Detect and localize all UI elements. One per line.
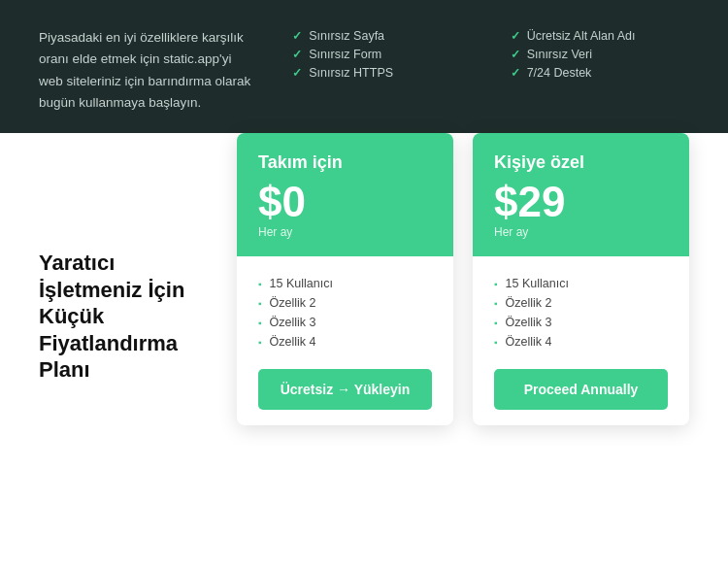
feature-list-item: Özellik 4	[258, 332, 432, 352]
feature-list-item: Özellik 2	[258, 293, 432, 313]
features-list: 15 KullanıcıÖzellik 2Özellik 3Özellik 4	[258, 274, 432, 352]
feature-item: ✓Sınırsız HTTPS	[292, 66, 471, 80]
cards-container: Takım için $0 Her ay 15 KullanıcıÖzellik…	[237, 133, 689, 425]
feature-list-item: 15 Kullanıcı	[258, 274, 432, 293]
feature-list-item: Özellik 4	[494, 332, 668, 352]
pricing-card-0: Takım için $0 Her ay 15 KullanıcıÖzellik…	[237, 133, 453, 425]
description-text: Piyasadaki en iyi özelliklere karşılık o…	[39, 27, 253, 114]
feature-label: Sınırsız Sayfa	[309, 29, 384, 43]
bottom-section: Yaratıcı İşletmeniz İçin Küçük Fiyatland…	[0, 133, 728, 425]
top-description-area: Piyasadaki en iyi özelliklere karşılık o…	[39, 27, 253, 114]
feature-item: ✓Sınırsız Form	[292, 48, 471, 61]
card-cta-button[interactable]: Proceed Annually	[494, 369, 668, 410]
card-title: Kişiye özel	[494, 152, 668, 173]
feature-label: Sınırsız Veri	[527, 48, 592, 61]
check-icon: ✓	[292, 48, 302, 61]
pricing-card-1: Kişiye özel $29 Her ay 15 KullanıcıÖzell…	[473, 133, 689, 425]
feature-label: Ücretsiz Alt Alan Adı	[527, 29, 636, 43]
features-col-1: ✓Sınırsız Sayfa✓Sınırsız Form✓Sınırsız H…	[292, 27, 471, 80]
card-header: Takım için $0 Her ay	[237, 133, 453, 256]
check-icon: ✓	[511, 66, 520, 80]
feature-item: ✓7/24 Destek	[511, 66, 689, 80]
check-icon: ✓	[511, 48, 520, 61]
features-col-2: ✓Ücretsiz Alt Alan Adı✓Sınırsız Veri✓7/2…	[511, 27, 689, 80]
check-icon: ✓	[511, 29, 520, 43]
check-icon: ✓	[292, 29, 302, 43]
side-text-area: Yaratıcı İşletmeniz İçin Küçük Fiyatland…	[39, 133, 214, 425]
card-price: $0	[258, 181, 432, 223]
feature-list-item: Özellik 2	[494, 293, 668, 313]
feature-item: ✓Sınırsız Veri	[511, 48, 689, 61]
check-icon: ✓	[292, 66, 302, 80]
features-list: 15 KullanıcıÖzellik 2Özellik 3Özellik 4	[494, 274, 668, 352]
feature-item: ✓Ücretsiz Alt Alan Adı	[511, 29, 689, 43]
card-header: Kişiye özel $29 Her ay	[473, 133, 689, 256]
card-per-month: Her ay	[258, 225, 432, 239]
feature-label: Sınırsız HTTPS	[309, 66, 393, 80]
feature-label: Sınırsız Form	[309, 48, 381, 61]
feature-item: ✓Sınırsız Sayfa	[292, 29, 471, 43]
card-cta-button[interactable]: Ücretsiz → Yükleyin	[258, 369, 432, 410]
feature-label: 7/24 Destek	[527, 66, 592, 80]
card-title: Takım için	[258, 152, 432, 173]
feature-list-item: Özellik 3	[258, 313, 432, 332]
feature-list-item: 15 Kullanıcı	[494, 274, 668, 293]
card-price: $29	[494, 181, 668, 223]
card-per-month: Her ay	[494, 225, 668, 239]
feature-list-item: Özellik 3	[494, 313, 668, 332]
card-body: 15 KullanıcıÖzellik 2Özellik 3Özellik 4 …	[237, 256, 453, 425]
card-body: 15 KullanıcıÖzellik 2Özellik 3Özellik 4 …	[473, 256, 689, 425]
page-heading: Yaratıcı İşletmeniz İçin Küçük Fiyatland…	[39, 250, 204, 384]
